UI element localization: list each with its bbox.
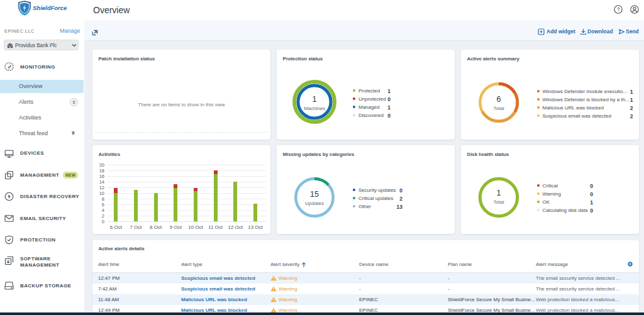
svg-text:?: ? <box>617 6 620 13</box>
